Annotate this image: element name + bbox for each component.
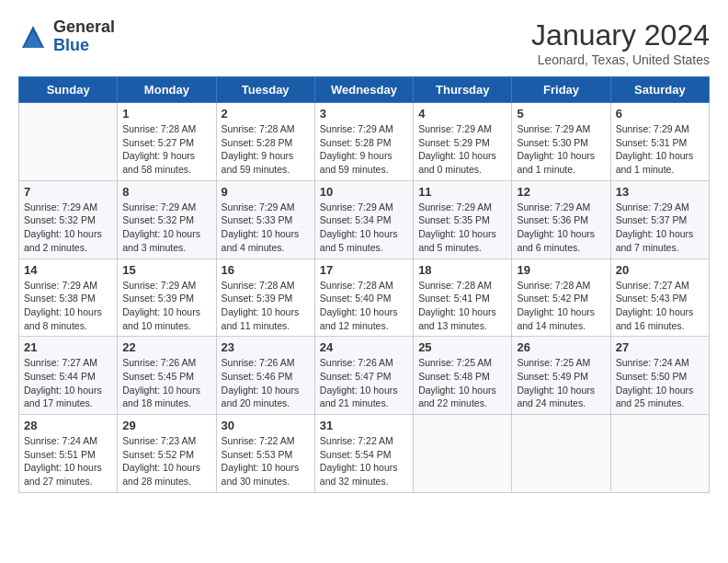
calendar-table: SundayMondayTuesdayWednesdayThursdayFrid… bbox=[18, 76, 710, 493]
calendar-cell: 13Sunrise: 7:29 AMSunset: 5:37 PMDayligh… bbox=[610, 180, 709, 259]
day-info: Sunrise: 7:28 AMSunset: 5:42 PMDaylight:… bbox=[517, 279, 605, 333]
calendar-cell: 6Sunrise: 7:29 AMSunset: 5:31 PMDaylight… bbox=[610, 103, 709, 181]
week-row-4: 21Sunrise: 7:27 AMSunset: 5:44 PMDayligh… bbox=[19, 337, 710, 415]
day-number: 28 bbox=[24, 419, 112, 432]
day-info: Sunrise: 7:28 AMSunset: 5:41 PMDaylight:… bbox=[418, 279, 506, 333]
day-number: 20 bbox=[616, 263, 704, 277]
day-number: 15 bbox=[122, 263, 210, 277]
day-info: Sunrise: 7:28 AMSunset: 5:27 PMDaylight:… bbox=[122, 122, 210, 177]
logo-text: General Blue bbox=[53, 18, 115, 55]
day-number: 31 bbox=[320, 419, 408, 432]
calendar-cell bbox=[414, 415, 512, 493]
calendar-cell: 31Sunrise: 7:22 AMSunset: 5:54 PMDayligh… bbox=[314, 415, 413, 493]
week-row-3: 14Sunrise: 7:29 AMSunset: 5:38 PMDayligh… bbox=[19, 259, 710, 337]
day-number: 16 bbox=[222, 263, 310, 277]
day-number: 1 bbox=[122, 107, 210, 121]
day-info: Sunrise: 7:29 AMSunset: 5:37 PMDaylight:… bbox=[616, 201, 704, 255]
day-info: Sunrise: 7:29 AMSunset: 5:38 PMDaylight:… bbox=[24, 279, 112, 333]
weekday-header-sunday: Sunday bbox=[19, 77, 118, 103]
calendar-cell: 17Sunrise: 7:28 AMSunset: 5:40 PMDayligh… bbox=[314, 259, 413, 337]
month-year-title: January 2024 bbox=[531, 18, 710, 52]
day-info: Sunrise: 7:29 AMSunset: 5:30 PMDaylight:… bbox=[517, 122, 605, 177]
day-info: Sunrise: 7:29 AMSunset: 5:32 PMDaylight:… bbox=[122, 201, 210, 255]
weekday-header-friday: Friday bbox=[512, 77, 610, 103]
calendar-cell: 22Sunrise: 7:26 AMSunset: 5:45 PMDayligh… bbox=[118, 337, 216, 415]
calendar-cell: 27Sunrise: 7:24 AMSunset: 5:50 PMDayligh… bbox=[610, 337, 709, 415]
day-number: 19 bbox=[517, 263, 605, 277]
day-info: Sunrise: 7:26 AMSunset: 5:47 PMDaylight:… bbox=[320, 356, 408, 410]
day-info: Sunrise: 7:28 AMSunset: 5:28 PMDaylight:… bbox=[222, 122, 310, 177]
logo: General Blue bbox=[18, 18, 115, 55]
calendar-cell: 2Sunrise: 7:28 AMSunset: 5:28 PMDaylight… bbox=[216, 103, 314, 181]
day-number: 26 bbox=[517, 340, 605, 354]
calendar-cell: 30Sunrise: 7:22 AMSunset: 5:53 PMDayligh… bbox=[216, 415, 314, 493]
day-info: Sunrise: 7:26 AMSunset: 5:45 PMDaylight:… bbox=[122, 356, 210, 410]
day-info: Sunrise: 7:29 AMSunset: 5:29 PMDaylight:… bbox=[418, 122, 506, 177]
day-info: Sunrise: 7:29 AMSunset: 5:28 PMDaylight:… bbox=[320, 122, 408, 177]
calendar-cell: 3Sunrise: 7:29 AMSunset: 5:28 PMDaylight… bbox=[314, 103, 413, 181]
day-number: 21 bbox=[24, 340, 112, 354]
day-info: Sunrise: 7:25 AMSunset: 5:49 PMDaylight:… bbox=[517, 356, 605, 410]
weekday-header-wednesday: Wednesday bbox=[314, 77, 413, 103]
logo-general-text: General bbox=[53, 18, 115, 37]
day-number: 10 bbox=[320, 185, 408, 199]
day-number: 18 bbox=[418, 263, 506, 277]
day-info: Sunrise: 7:24 AMSunset: 5:51 PMDaylight:… bbox=[24, 434, 112, 488]
week-row-5: 28Sunrise: 7:24 AMSunset: 5:51 PMDayligh… bbox=[19, 415, 710, 493]
day-info: Sunrise: 7:28 AMSunset: 5:40 PMDaylight:… bbox=[320, 279, 408, 333]
day-number: 24 bbox=[320, 340, 408, 354]
day-number: 5 bbox=[517, 107, 605, 121]
calendar-cell: 25Sunrise: 7:25 AMSunset: 5:48 PMDayligh… bbox=[414, 337, 512, 415]
calendar-cell: 18Sunrise: 7:28 AMSunset: 5:41 PMDayligh… bbox=[414, 259, 512, 337]
day-number: 12 bbox=[517, 185, 605, 199]
day-info: Sunrise: 7:29 AMSunset: 5:31 PMDaylight:… bbox=[616, 122, 704, 177]
calendar-cell: 10Sunrise: 7:29 AMSunset: 5:34 PMDayligh… bbox=[314, 180, 413, 259]
day-info: Sunrise: 7:27 AMSunset: 5:44 PMDaylight:… bbox=[24, 356, 112, 410]
day-number: 14 bbox=[24, 263, 112, 277]
calendar-cell: 9Sunrise: 7:29 AMSunset: 5:33 PMDaylight… bbox=[216, 180, 314, 259]
day-number: 22 bbox=[122, 340, 210, 354]
calendar-cell: 15Sunrise: 7:29 AMSunset: 5:39 PMDayligh… bbox=[118, 259, 216, 337]
weekday-header-monday: Monday bbox=[118, 77, 216, 103]
day-info: Sunrise: 7:29 AMSunset: 5:33 PMDaylight:… bbox=[222, 201, 310, 255]
calendar-cell: 28Sunrise: 7:24 AMSunset: 5:51 PMDayligh… bbox=[19, 415, 118, 493]
day-number: 27 bbox=[616, 340, 704, 354]
day-info: Sunrise: 7:26 AMSunset: 5:46 PMDaylight:… bbox=[222, 356, 310, 410]
day-number: 23 bbox=[222, 340, 310, 354]
calendar-cell: 16Sunrise: 7:28 AMSunset: 5:39 PMDayligh… bbox=[216, 259, 314, 337]
calendar-cell: 5Sunrise: 7:29 AMSunset: 5:30 PMDaylight… bbox=[512, 103, 610, 181]
calendar-cell: 7Sunrise: 7:29 AMSunset: 5:32 PMDaylight… bbox=[19, 180, 118, 259]
day-info: Sunrise: 7:27 AMSunset: 5:43 PMDaylight:… bbox=[616, 279, 704, 333]
calendar-cell bbox=[19, 103, 118, 181]
page-header: General Blue January 2024 Leonard, Texas… bbox=[18, 18, 710, 67]
day-number: 3 bbox=[320, 107, 408, 121]
location-text: Leonard, Texas, United States bbox=[531, 52, 710, 67]
day-number: 4 bbox=[418, 107, 506, 121]
weekday-header-row: SundayMondayTuesdayWednesdayThursdayFrid… bbox=[19, 77, 710, 103]
day-number: 6 bbox=[616, 107, 704, 121]
calendar-cell: 8Sunrise: 7:29 AMSunset: 5:32 PMDaylight… bbox=[118, 180, 216, 259]
day-info: Sunrise: 7:22 AMSunset: 5:53 PMDaylight:… bbox=[222, 434, 310, 488]
calendar-cell bbox=[610, 415, 709, 493]
day-number: 2 bbox=[222, 107, 310, 121]
day-info: Sunrise: 7:22 AMSunset: 5:54 PMDaylight:… bbox=[320, 434, 408, 488]
logo-blue-text: Blue bbox=[53, 37, 115, 55]
calendar-cell: 1Sunrise: 7:28 AMSunset: 5:27 PMDaylight… bbox=[118, 103, 216, 181]
day-number: 13 bbox=[616, 185, 704, 199]
day-info: Sunrise: 7:23 AMSunset: 5:52 PMDaylight:… bbox=[122, 434, 210, 488]
calendar-cell: 29Sunrise: 7:23 AMSunset: 5:52 PMDayligh… bbox=[118, 415, 216, 493]
calendar-cell: 11Sunrise: 7:29 AMSunset: 5:35 PMDayligh… bbox=[414, 180, 512, 259]
day-number: 7 bbox=[24, 185, 112, 199]
day-number: 11 bbox=[418, 185, 506, 199]
calendar-cell: 19Sunrise: 7:28 AMSunset: 5:42 PMDayligh… bbox=[512, 259, 610, 337]
calendar-cell: 20Sunrise: 7:27 AMSunset: 5:43 PMDayligh… bbox=[610, 259, 709, 337]
day-number: 17 bbox=[320, 263, 408, 277]
logo-icon bbox=[18, 22, 48, 52]
day-info: Sunrise: 7:29 AMSunset: 5:36 PMDaylight:… bbox=[517, 201, 605, 255]
title-section: January 2024 Leonard, Texas, United Stat… bbox=[531, 18, 710, 67]
day-info: Sunrise: 7:29 AMSunset: 5:32 PMDaylight:… bbox=[24, 201, 112, 255]
weekday-header-thursday: Thursday bbox=[414, 77, 512, 103]
calendar-cell: 24Sunrise: 7:26 AMSunset: 5:47 PMDayligh… bbox=[314, 337, 413, 415]
day-number: 8 bbox=[122, 185, 210, 199]
day-info: Sunrise: 7:29 AMSunset: 5:34 PMDaylight:… bbox=[320, 201, 408, 255]
